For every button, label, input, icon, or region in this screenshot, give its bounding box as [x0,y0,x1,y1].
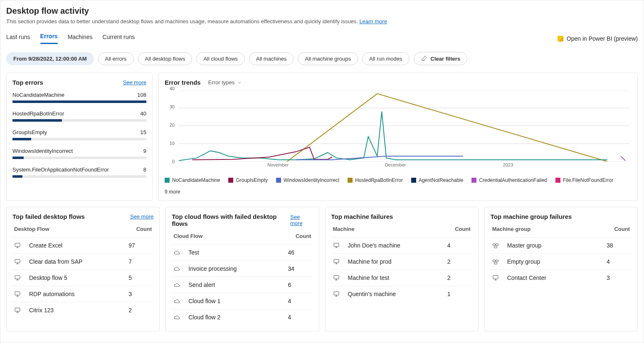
row-name: Create Excel [29,242,128,249]
error-types-dropdown[interactable]: Error types [208,79,242,86]
machine-icon [492,274,499,281]
open-power-bi-button[interactable]: Open in Power BI (preview) [558,35,638,42]
filter-all-machine-groups[interactable]: All machine groups [298,52,358,65]
chevron-down-icon [237,80,242,85]
top-group-failures-title: Top machine group failures [491,213,572,220]
monitor-icon [14,258,21,265]
row-count: 2 [447,274,471,281]
row-count: 2 [447,258,471,265]
row-name: Cloud flow 1 [188,298,288,304]
row-name: Invoice processing [188,265,288,272]
col-header: Machine [333,226,355,232]
row-count: 3 [128,291,152,297]
table-row[interactable]: Master group 38 [491,237,632,253]
row-name: Desktop flow 5 [29,274,128,281]
error-bar-item: NoCandidateMachine108 [12,92,146,103]
error-bar-item: HostedRpaBotInError40 [12,110,146,122]
error-name: GroupIsEmpty [12,129,47,135]
error-count: 40 [141,110,146,117]
legend-item: HostedRpaBotInError [348,177,403,183]
row-name: Empty group [507,258,607,265]
table-row[interactable]: Create Excel 97 [12,237,153,253]
row-count: 1 [447,291,471,297]
monitor-icon [14,242,21,249]
legend-item: AgentNotReachable [411,177,463,183]
monitor-icon [333,274,340,281]
error-name: WindowsIdentityIncorrect [12,148,73,154]
row-name: Machine for prod [348,258,447,265]
monitor-icon [14,274,21,281]
power-bi-icon [558,36,563,42]
filter-all-cloud-flows[interactable]: All cloud flows [196,52,244,65]
row-name: Master group [507,242,607,249]
cloud-icon [173,249,180,256]
page-title: Desktop flow activity [6,6,638,16]
error-types-label: Error types [208,79,235,86]
row-name: RDP automations [29,291,128,297]
row-name: Contact Center [507,274,607,281]
row-count: 4 [288,298,311,304]
table-row[interactable]: Send alert 6 [172,277,313,293]
table-row[interactable]: Contact Center 3 [491,270,632,286]
top-failed-dflows-see-more[interactable]: See more [130,213,153,220]
filter-all-machines[interactable]: All machines [249,52,294,65]
row-name: Send alert [188,282,288,288]
table-row[interactable]: Clear data from SAP 7 [12,253,153,270]
error-count: 8 [143,167,146,173]
cloud-icon [173,282,180,288]
tab-current-runs[interactable]: Current runs [103,34,135,44]
table-row[interactable]: RDP automations 3 [12,286,153,302]
filter-from-date[interactable]: From 9/28/2022, 12:00:00 AM [6,52,94,65]
top-machine-failures-card: Top machine failures MachineCount John D… [325,207,479,331]
table-row[interactable]: Test 46 [172,244,313,260]
filter-all-desktop-flows[interactable]: All desktop flows [138,52,192,65]
row-name: Test [188,249,288,256]
filters-bar: From 9/28/2022, 12:00:00 AM All errors A… [6,52,638,65]
table-row[interactable]: Cloud flow 1 4 [172,293,313,309]
cloud-icon [173,265,180,272]
legend-item: CredentialAuthenticationFailed [471,177,547,183]
top-cloud-flows-card: Top cloud flows with failed desktop flow… [165,207,319,331]
table-row[interactable]: Cloud flow 2 4 [172,309,313,325]
clear-filters-label: Clear filters [431,56,461,62]
tabs: Last runs Errors Machines Current runs O… [6,33,638,44]
table-row[interactable]: Machine for test 2 [331,270,472,286]
monitor-icon [333,291,340,297]
top-errors-card: Top errors See more NoCandidateMachine10… [6,73,153,201]
row-count: 46 [288,249,311,256]
table-row[interactable]: Empty group 4 [491,253,632,270]
row-name: Citrix 123 [29,307,128,314]
tab-machines[interactable]: Machines [68,34,93,44]
legend-item: WindowsIdentityIncorrect [276,177,339,183]
col-header: Count [296,233,311,239]
row-name: Clear data from SAP [29,258,128,265]
legend-more[interactable]: 9 more [165,189,180,195]
top-cloud-flows-see-more[interactable]: See more [290,214,313,226]
row-name: Quentin's machine [348,291,447,297]
col-header: Count [614,226,630,232]
monitor-icon [333,258,340,265]
table-row[interactable]: Desktop flow 5 5 [12,270,153,286]
error-count: 108 [137,92,146,98]
cloud-icon [173,314,180,321]
row-count: 38 [607,242,630,249]
col-header: Machine group [492,226,530,232]
table-row[interactable]: Invoice processing 34 [172,260,313,277]
tab-errors[interactable]: Errors [40,33,58,44]
top-cloud-flows-title: Top cloud flows with failed desktop flow… [172,213,290,227]
table-row[interactable]: Quentin's machine 1 [331,286,472,302]
row-count: 5 [128,274,152,281]
filter-all-run-modes[interactable]: All run modes [362,52,409,65]
learn-more-link[interactable]: Learn more [360,18,387,24]
row-count: 4 [447,242,471,249]
clear-filters-button[interactable]: Clear filters [414,52,468,65]
top-errors-see-more[interactable]: See more [123,79,146,86]
table-row[interactable]: Citrix 123 2 [12,302,153,318]
top-machine-group-failures-card: Top machine group failures Machine group… [484,207,638,331]
table-row[interactable]: John Doe's machine 4 [331,237,472,253]
tab-last-runs[interactable]: Last runs [6,34,30,44]
filter-all-errors[interactable]: All errors [98,52,134,65]
table-row[interactable]: Machine for prod 2 [331,253,472,270]
monitor-icon [14,291,21,297]
legend-item: NoCandidateMachine [165,177,220,183]
